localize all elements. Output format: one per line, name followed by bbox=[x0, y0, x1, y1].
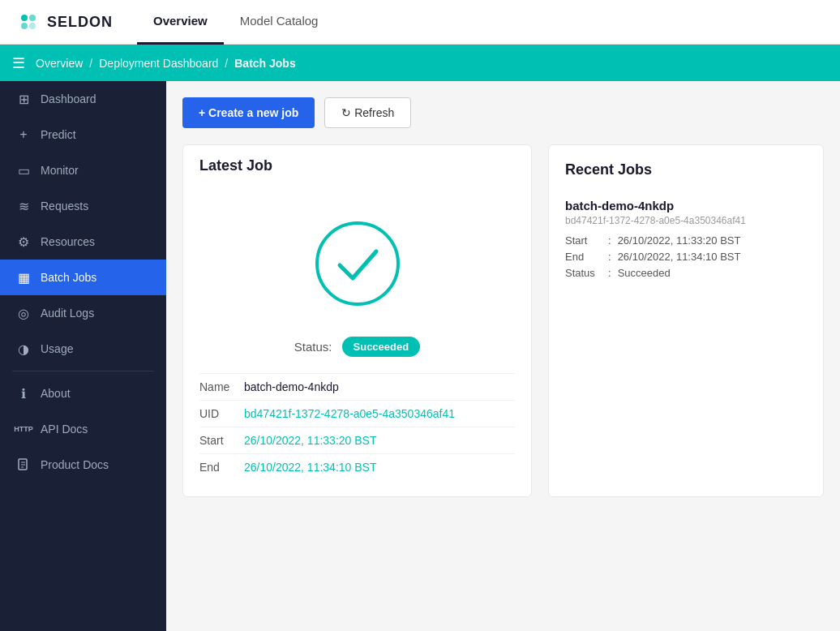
job-details: Name batch-demo-4nkdp UID bd47421f-1372-… bbox=[183, 373, 531, 496]
status-badge: Succeeded bbox=[342, 337, 421, 357]
logo-text: SELDON bbox=[47, 14, 113, 31]
usage-icon: ◑ bbox=[16, 341, 31, 356]
main-layout: ⊞ Dashboard + Predict ▭ Monitor ≋ Reques… bbox=[0, 81, 840, 631]
recent-job-uid: bd47421f-1372-4278-a0e5-4a350346af41 bbox=[565, 215, 807, 226]
content-grid: Latest Job Status: Succeeded Name bbox=[182, 144, 824, 497]
recent-jobs-card: Recent Jobs batch-demo-4nkdp bd47421f-13… bbox=[548, 144, 824, 497]
sidebar-item-audit-logs[interactable]: ◎ Audit Logs bbox=[0, 295, 166, 331]
hamburger-icon[interactable]: ☰ bbox=[12, 54, 25, 72]
api-docs-icon: HTTP bbox=[16, 422, 31, 436]
sidebar-label-dashboard: Dashboard bbox=[41, 92, 96, 105]
breadcrumb-overview[interactable]: Overview bbox=[36, 57, 83, 70]
sidebar-label-audit-logs: Audit Logs bbox=[41, 307, 94, 320]
refresh-button[interactable]: ↻ Refresh bbox=[324, 97, 411, 128]
detail-key-end: End bbox=[199, 461, 244, 474]
rj-start-key: Start bbox=[565, 234, 602, 247]
detail-key-name: Name bbox=[199, 380, 244, 393]
nav-overview[interactable]: Overview bbox=[137, 0, 224, 45]
rj-start-sep: : bbox=[608, 234, 611, 247]
latest-job-title: Latest Job bbox=[183, 145, 531, 182]
sidebar-item-batch-jobs[interactable]: ▦ Batch Jobs bbox=[0, 260, 166, 295]
svg-point-8 bbox=[317, 223, 398, 304]
job-detail-start: Start 26/10/2022, 11:33:20 BST bbox=[199, 427, 515, 453]
sidebar-label-monitor: Monitor bbox=[41, 164, 79, 177]
action-bar: + Create a new job ↻ Refresh bbox=[182, 97, 824, 128]
detail-key-start: Start bbox=[199, 434, 244, 447]
rj-end-sep: : bbox=[608, 251, 611, 263]
recent-job-name: batch-demo-4nkdp bbox=[565, 199, 807, 212]
monitor-icon: ▭ bbox=[16, 163, 31, 178]
create-job-button[interactable]: + Create a new job bbox=[182, 97, 315, 128]
sidebar-label-predict: Predict bbox=[41, 128, 76, 141]
breadcrumb-batch-jobs: Batch Jobs bbox=[234, 57, 295, 70]
sidebar-item-resources[interactable]: ⚙ Resources bbox=[0, 224, 166, 260]
resources-icon: ⚙ bbox=[16, 234, 31, 249]
recent-job-start-row: Start : 26/10/2022, 11:33:20 BST bbox=[565, 234, 807, 247]
logo-icon bbox=[16, 10, 41, 34]
audit-logs-icon: ◎ bbox=[16, 306, 31, 320]
sidebar-item-predict[interactable]: + Predict bbox=[0, 117, 166, 152]
logo: SELDON bbox=[16, 10, 113, 34]
top-nav-items: Overview Model Catalog bbox=[137, 0, 334, 45]
sidebar-item-api-docs[interactable]: HTTP API Docs bbox=[0, 411, 166, 447]
success-circle-svg bbox=[309, 215, 406, 312]
nav-model-catalog[interactable]: Model Catalog bbox=[224, 0, 335, 45]
detail-value-uid: bd47421f-1372-4278-a0e5-4a350346af41 bbox=[244, 407, 455, 420]
sidebar-label-batch-jobs: Batch Jobs bbox=[41, 271, 96, 284]
rj-end-val: 26/10/2022, 11:34:10 BST bbox=[618, 251, 741, 263]
success-circle-container bbox=[183, 182, 531, 337]
svg-point-2 bbox=[21, 23, 28, 29]
status-row: Status: Succeeded bbox=[183, 337, 531, 373]
sidebar: ⊞ Dashboard + Predict ▭ Monitor ≋ Reques… bbox=[0, 81, 166, 631]
dashboard-icon: ⊞ bbox=[16, 92, 31, 106]
breadcrumb-bar: ☰ Overview / Deployment Dashboard / Batc… bbox=[0, 45, 840, 81]
main-content: + Create a new job ↻ Refresh Latest Job … bbox=[166, 81, 840, 631]
rj-status-val: Succeeded bbox=[618, 267, 671, 279]
recent-job-end-row: End : 26/10/2022, 11:34:10 BST bbox=[565, 251, 807, 263]
latest-job-card: Latest Job Status: Succeeded Name bbox=[182, 144, 532, 497]
about-icon: ℹ bbox=[16, 386, 31, 401]
recent-job-status-row: Status : Succeeded bbox=[565, 267, 807, 279]
svg-point-1 bbox=[29, 15, 36, 21]
rj-status-sep: : bbox=[608, 267, 611, 279]
sidebar-label-resources: Resources bbox=[41, 235, 95, 248]
detail-value-start: 26/10/2022, 11:33:20 BST bbox=[244, 434, 376, 447]
sidebar-label-requests: Requests bbox=[41, 200, 88, 212]
breadcrumb-deployment[interactable]: Deployment Dashboard bbox=[99, 57, 218, 70]
sidebar-label-product-docs: Product Docs bbox=[41, 458, 109, 471]
top-nav: SELDON Overview Model Catalog bbox=[0, 0, 840, 45]
rj-end-key: End bbox=[565, 251, 602, 263]
requests-icon: ≋ bbox=[16, 199, 31, 213]
batch-jobs-icon: ▦ bbox=[16, 270, 31, 285]
status-label: Status: bbox=[294, 340, 332, 354]
svg-point-0 bbox=[21, 15, 28, 21]
detail-key-uid: UID bbox=[199, 407, 244, 420]
product-docs-icon bbox=[16, 457, 31, 472]
breadcrumb-sep-2: / bbox=[225, 57, 228, 70]
sidebar-item-dashboard[interactable]: ⊞ Dashboard bbox=[0, 81, 166, 117]
rj-status-key: Status bbox=[565, 267, 602, 279]
breadcrumb-sep-1: / bbox=[89, 57, 92, 70]
sidebar-divider bbox=[12, 371, 154, 371]
job-detail-end: End 26/10/2022, 11:34:10 BST bbox=[199, 453, 515, 480]
detail-value-end: 26/10/2022, 11:34:10 BST bbox=[244, 461, 376, 474]
job-detail-uid: UID bd47421f-1372-4278-a0e5-4a350346af41 bbox=[199, 400, 515, 427]
sidebar-item-requests[interactable]: ≋ Requests bbox=[0, 188, 166, 224]
recent-job-item: batch-demo-4nkdp bd47421f-1372-4278-a0e5… bbox=[565, 191, 807, 291]
sidebar-label-about: About bbox=[41, 387, 71, 400]
sidebar-item-product-docs[interactable]: Product Docs bbox=[0, 447, 166, 483]
sidebar-item-usage[interactable]: ◑ Usage bbox=[0, 331, 166, 367]
sidebar-item-monitor[interactable]: ▭ Monitor bbox=[0, 152, 166, 188]
detail-value-name: batch-demo-4nkdp bbox=[244, 380, 339, 393]
sidebar-item-about[interactable]: ℹ About bbox=[0, 376, 166, 411]
sidebar-label-usage: Usage bbox=[41, 342, 73, 355]
svg-point-3 bbox=[29, 23, 36, 29]
sidebar-label-api-docs: API Docs bbox=[41, 423, 88, 436]
predict-icon: + bbox=[16, 127, 31, 142]
job-detail-name: Name batch-demo-4nkdp bbox=[199, 373, 515, 400]
recent-jobs-title: Recent Jobs bbox=[565, 161, 807, 178]
rj-start-val: 26/10/2022, 11:33:20 BST bbox=[618, 234, 741, 247]
